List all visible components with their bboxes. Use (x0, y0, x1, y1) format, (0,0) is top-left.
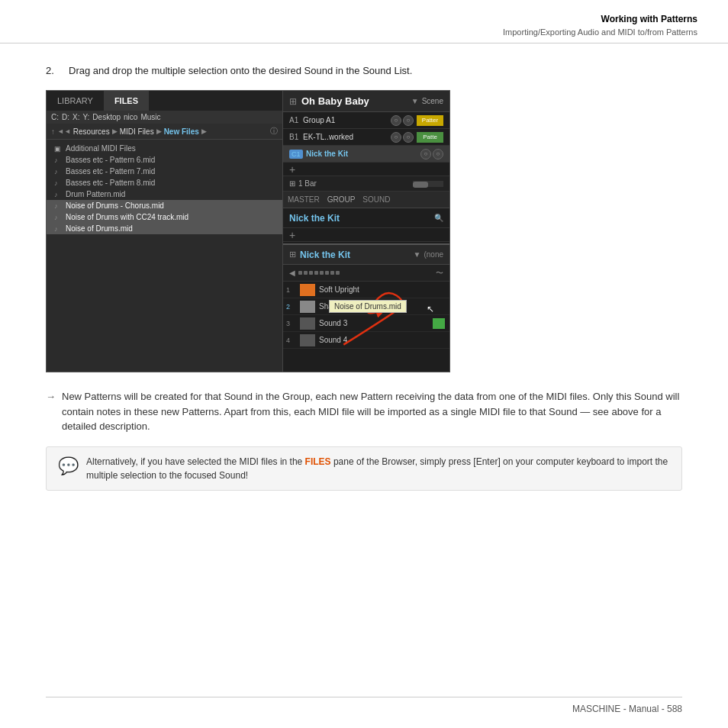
group-btn-solo-c1[interactable]: ○ (433, 149, 443, 159)
tab-library[interactable]: LIBRARY (47, 91, 104, 111)
sound-row-4[interactable]: 4 Sound 4 (283, 332, 449, 349)
pc-dot (314, 271, 318, 275)
midi-icon: ♪ (54, 179, 62, 187)
sound-pad-1 (300, 284, 315, 296)
pc-dots (298, 271, 340, 275)
list-item-selected-3[interactable]: ♪ Noise of Drums.mid (47, 223, 282, 234)
midi-icon: ♪ (54, 214, 62, 221)
pattern-section: ⊞ Nick the Kit ▼ (none ◀ (283, 243, 449, 372)
drive-y[interactable]: Y: (82, 113, 89, 121)
path-back-arrows[interactable]: ◄◄ (57, 127, 71, 135)
list-item[interactable]: ♪ Drum Pattern.mid (47, 188, 282, 200)
arrow-row: → New Patterns will be created for that … (46, 389, 682, 434)
drive-music[interactable]: Music (140, 113, 160, 121)
file-name: Noise of Drums - Chorus.mid (66, 201, 164, 210)
song-title: Oh Baby Baby (301, 95, 411, 107)
file-name: Drum Pattern.mid (66, 190, 125, 198)
path-midi-files[interactable]: MIDI Files (120, 127, 154, 136)
file-name: Basses etc - Pattern 8.mid (66, 179, 155, 187)
path-sep3: ▶ (201, 127, 207, 135)
path-resources[interactable]: Resources (73, 127, 110, 136)
list-item[interactable]: ♪ Basses etc - Pattern 8.mid (47, 177, 282, 188)
midi-icon: ♪ (54, 225, 62, 233)
bar-icon: ⊞ (289, 179, 295, 188)
list-item-selected-1[interactable]: ♪ Noise of Drums - Chorus.mid (47, 200, 282, 211)
group-btn-mute[interactable]: ○ (391, 115, 401, 126)
drive-d[interactable]: D: (62, 113, 69, 121)
list-item-selected-2[interactable]: ♪ Noise of Drums with CC24 track.mid (47, 211, 282, 223)
arrow-text: New Patterns will be created for that So… (62, 389, 682, 434)
tab-sound[interactable]: SOUND (362, 195, 390, 204)
group-letter-b1: B1 (289, 133, 303, 141)
sound-row-3[interactable]: 3 Sound 3 (283, 315, 449, 332)
pattern-title: Nick the Kit (300, 250, 414, 260)
pc-dot (298, 271, 302, 275)
file-list: ▣ Additional MIDI Files ♪ Basses etc - P… (47, 140, 282, 372)
kit-name: Nick the Kit (289, 213, 434, 224)
drive-c[interactable]: C: (51, 113, 59, 121)
list-item[interactable]: ♪ Basses etc - Pattern 6.mid (47, 154, 282, 166)
tooltip-box: Noise of Drums.mid (329, 300, 407, 313)
grid-icon: ⊞ (289, 96, 297, 107)
file-name: Basses etc - Pattern 6.mid (66, 156, 155, 164)
info-text-before: Alternatively, if you have selected the … (86, 456, 305, 467)
waveform-icon: 〜 (436, 268, 443, 279)
group-row-a1[interactable]: A1 Group A1 ○ ○ Patter (283, 112, 449, 129)
path-new-files[interactable]: New Files (164, 127, 199, 136)
sound-name-4: Sound 4 (317, 336, 449, 344)
group-btn-mute-b1[interactable]: ○ (391, 132, 401, 143)
add-group-btn[interactable]: + (289, 163, 295, 176)
mgs-tabs: MASTER GROUP SOUND (283, 192, 449, 208)
file-name: Additional MIDI Files (66, 144, 136, 153)
arrow-symbol: → (46, 391, 56, 402)
group-name-c1: Nick the Kit (306, 150, 420, 158)
group-btn-solo[interactable]: ○ (403, 115, 414, 126)
drive-nico[interactable]: nico (124, 113, 137, 121)
info-text-content: Alternatively, if you have selected the … (86, 455, 671, 482)
cursor-icon: ↖ (427, 304, 434, 314)
screenshot-wrapper: LIBRARY FILES C: D: X: Y: Desktop nico M… (46, 90, 682, 372)
right-scrollbar[interactable] (413, 181, 443, 187)
drive-desktop[interactable]: Desktop (92, 113, 121, 121)
chat-icon: 💬 (57, 456, 79, 476)
group-row-b1[interactable]: B1 EK-TL..worked ○ ○ Patte (283, 129, 449, 146)
step-text: Drag and drop the multiple selection ont… (69, 65, 412, 76)
tab-files[interactable]: FILES (104, 91, 149, 111)
pc-dot (330, 271, 334, 275)
drive-x[interactable]: X: (72, 113, 79, 121)
pattern-block-b1: Patte (417, 132, 443, 143)
sound-pad-2 (300, 301, 315, 313)
midi-icon: ♪ (54, 168, 62, 176)
list-item[interactable]: ▣ Additional MIDI Files (47, 143, 282, 154)
bar-row: ⊞ 1 Bar (283, 176, 449, 192)
search-icon[interactable]: 🔍 (434, 214, 443, 222)
screenshot-box: LIBRARY FILES C: D: X: Y: Desktop nico M… (46, 90, 450, 372)
group-row-c1[interactable]: C1 Nick the Kit ○ ○ (283, 146, 449, 163)
pattern-dropdown-icon[interactable]: ▼ (414, 250, 421, 259)
list-item[interactable]: ♪ Basses etc - Pattern 7.mid (47, 166, 282, 177)
group-btn-mute-c1[interactable]: ○ (420, 149, 431, 159)
pattern-controls: ◀ 〜 (283, 265, 449, 282)
path-sep2: ▶ (156, 127, 162, 135)
speaker-icon: ◀ (289, 269, 295, 277)
sound-num-3: 3 (286, 320, 300, 327)
song-dropdown-icon[interactable]: ▼ (411, 97, 419, 105)
group-btns-b1: ○ ○ (391, 132, 414, 143)
back-icon[interactable]: ↑ (51, 127, 55, 136)
pattern-icon: ⊞ (289, 250, 296, 259)
tab-group[interactable]: GROUP (327, 195, 356, 204)
group-btns-a1: ○ ○ (391, 115, 414, 126)
pc-dot (309, 271, 313, 275)
path-info-icon[interactable]: ⓘ (270, 126, 278, 137)
main-content: 2. Drag and drop the multiple selection … (0, 43, 728, 506)
sound-indicator (433, 318, 445, 329)
group-btn-solo-b1[interactable]: ○ (403, 132, 414, 143)
page-header: Working with Patterns Importing/Exportin… (0, 0, 728, 43)
sound-row-1[interactable]: 1 Soft Upright (283, 282, 449, 298)
tab-master[interactable]: MASTER (288, 195, 320, 204)
info-note: 💬 Alternatively, if you have selected th… (46, 446, 682, 491)
kit-header: Nick the Kit 🔍 (283, 208, 449, 228)
add-sound-btn[interactable]: + (289, 229, 295, 241)
sound-row-2[interactable]: 2 Shakuhachi Noise of Drums.mid ↖ (283, 298, 449, 315)
path-sep1: ▶ (112, 127, 118, 135)
